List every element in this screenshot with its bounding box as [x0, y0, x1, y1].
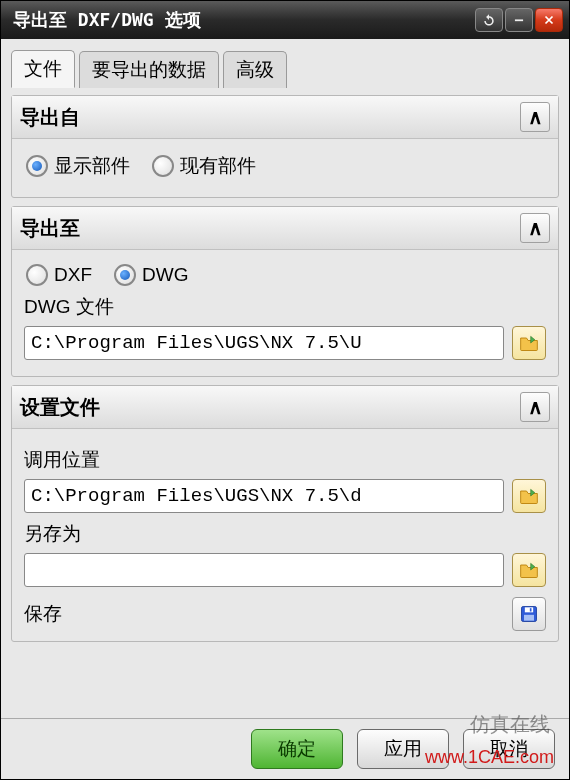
dwg-file-row: [24, 326, 546, 360]
section-header-settings-file[interactable]: 设置文件 ∧: [12, 386, 558, 429]
close-button[interactable]: [535, 8, 563, 32]
minimize-icon: [512, 13, 526, 27]
dwg-file-label: DWG 文件: [24, 294, 546, 320]
tab-export-data[interactable]: 要导出的数据: [79, 51, 219, 88]
folder-open-icon: [519, 334, 539, 352]
save-as-label: 另存为: [24, 521, 546, 547]
call-location-row: [24, 479, 546, 513]
collapse-button[interactable]: ∧: [520, 392, 550, 422]
section-body-export-from: 显示部件 现有部件: [12, 139, 558, 197]
dialog-window: 导出至 DXF/DWG 选项 文件 要导出的数据 高级 导出自: [0, 0, 570, 780]
save-label: 保存: [24, 601, 512, 627]
section-export-to: 导出至 ∧ DXF DWG DWG 文件: [11, 206, 559, 377]
reset-button[interactable]: [475, 8, 503, 32]
radio-label: DXF: [54, 264, 92, 286]
radio-label: 显示部件: [54, 153, 130, 179]
radio-icon: [26, 264, 48, 286]
save-row: 保存: [24, 597, 546, 631]
titlebar: 导出至 DXF/DWG 选项: [1, 1, 569, 39]
tabs-row: 文件 要导出的数据 高级: [11, 49, 559, 87]
chevron-up-icon: ∧: [528, 105, 543, 129]
dialog-content: 文件 要导出的数据 高级 导出自 ∧ 显示部件: [1, 39, 569, 718]
folder-open-icon: [519, 561, 539, 579]
radio-dwg[interactable]: DWG: [114, 264, 188, 286]
section-export-from: 导出自 ∧ 显示部件 现有部件: [11, 95, 559, 198]
ok-button[interactable]: 确定: [251, 729, 343, 769]
folder-open-icon: [519, 487, 539, 505]
collapse-button[interactable]: ∧: [520, 213, 550, 243]
save-button[interactable]: [512, 597, 546, 631]
save-as-row: [24, 553, 546, 587]
apply-button[interactable]: 应用: [357, 729, 449, 769]
svg-rect-0: [515, 19, 523, 21]
radio-dxf[interactable]: DXF: [26, 264, 92, 286]
svg-rect-4: [530, 608, 532, 611]
call-location-input[interactable]: [24, 479, 504, 513]
radio-icon: [114, 264, 136, 286]
collapse-button[interactable]: ∧: [520, 102, 550, 132]
tab-file[interactable]: 文件: [11, 50, 75, 88]
svg-rect-3: [524, 615, 534, 621]
window-title: 导出至 DXF/DWG 选项: [7, 8, 473, 32]
radio-display-part[interactable]: 显示部件: [26, 153, 130, 179]
browse-button[interactable]: [512, 553, 546, 587]
save-icon: [519, 604, 539, 624]
section-title-settings-file: 设置文件: [20, 394, 520, 421]
section-header-export-from[interactable]: 导出自 ∧: [12, 96, 558, 139]
call-location-label: 调用位置: [24, 447, 546, 473]
section-header-export-to[interactable]: 导出至 ∧: [12, 207, 558, 250]
section-title-export-to: 导出至: [20, 215, 520, 242]
radio-icon: [152, 155, 174, 177]
radio-icon: [26, 155, 48, 177]
section-title-export-from: 导出自: [20, 104, 520, 131]
radio-group-export-from: 显示部件 现有部件: [26, 153, 546, 179]
tab-advanced[interactable]: 高级: [223, 51, 287, 88]
cancel-button[interactable]: 取消: [463, 729, 555, 769]
svg-rect-2: [525, 607, 533, 612]
radio-label: DWG: [142, 264, 188, 286]
section-body-settings-file: 调用位置 另存为: [12, 429, 558, 641]
browse-button[interactable]: [512, 479, 546, 513]
chevron-up-icon: ∧: [528, 216, 543, 240]
section-body-export-to: DXF DWG DWG 文件: [12, 250, 558, 376]
radio-group-format: DXF DWG: [26, 264, 546, 286]
button-bar: 确定 应用 取消: [1, 718, 569, 779]
close-icon: [542, 13, 556, 27]
save-as-input[interactable]: [24, 553, 504, 587]
dwg-file-input[interactable]: [24, 326, 504, 360]
chevron-up-icon: ∧: [528, 395, 543, 419]
reset-icon: [482, 13, 496, 27]
radio-label: 现有部件: [180, 153, 256, 179]
browse-button[interactable]: [512, 326, 546, 360]
section-settings-file: 设置文件 ∧ 调用位置 另存为: [11, 385, 559, 642]
minimize-button[interactable]: [505, 8, 533, 32]
radio-existing-part[interactable]: 现有部件: [152, 153, 256, 179]
